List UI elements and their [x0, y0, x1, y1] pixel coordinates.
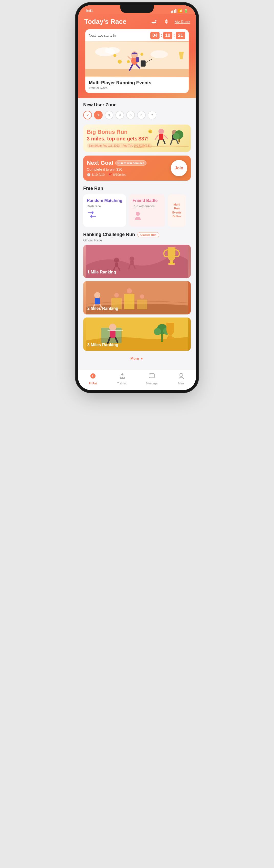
- free-run-section: Free Run Random Matching Dash race: [83, 186, 191, 227]
- ranking-subtitle: Official Race: [83, 238, 191, 242]
- bottom-nav: P PitPat Training: [78, 370, 196, 390]
- timer-colon-1: :: [161, 33, 162, 38]
- pitpat-icon: P: [90, 373, 96, 381]
- random-matching-title: Random Matching: [87, 198, 123, 203]
- phone-wrapper: 9:41 📶 🔋 Today's Race: [75, 0, 199, 868]
- friend-battle-title: Friend Battle: [133, 198, 161, 203]
- more-button[interactable]: More ▼: [83, 354, 191, 363]
- svg-point-10: [150, 50, 168, 58]
- bonus-banner[interactable]: Big Bonus Run 3 miles, top one gets $37!…: [83, 125, 191, 152]
- svg-point-45: [130, 256, 134, 261]
- timer-colon-2: :: [173, 33, 175, 38]
- phone-frame: 9:41 📶 🔋 Today's Race: [78, 5, 196, 390]
- step-7[interactable]: 7: [148, 111, 157, 119]
- svg-rect-50: [168, 263, 175, 265]
- run-to-win-badge: Run to win bonuses: [115, 160, 147, 165]
- random-matching-card[interactable]: Random Matching Dash race: [83, 194, 126, 227]
- training-icon: [119, 373, 126, 381]
- svg-point-84: [180, 373, 183, 376]
- ranking-card-2-miles[interactable]: 2 Miles Ranking: [83, 281, 191, 314]
- race-card[interactable]: Next race starts in 04 : 19 : 21: [85, 29, 189, 93]
- svg-line-27: [155, 135, 158, 140]
- svg-point-64: [109, 324, 116, 331]
- page-title: Today's Race: [84, 18, 127, 26]
- svg-rect-46: [130, 261, 134, 265]
- wifi-icon: 📶: [178, 9, 182, 13]
- timer-minutes: 19: [163, 32, 172, 39]
- bonus-runners-illustration: $: [132, 125, 191, 152]
- svg-line-78: [124, 377, 125, 378]
- free-run-cards: Random Matching Dash race Friend Battle …: [83, 194, 191, 227]
- svg-rect-66: [108, 330, 123, 331]
- step-5[interactable]: 5: [126, 111, 135, 119]
- svg-rect-14: [136, 57, 139, 62]
- nav-mine[interactable]: Mine: [174, 373, 189, 385]
- next-goal-banner[interactable]: Next Goal Run to win bonuses Complete it…: [83, 156, 191, 181]
- ranking-card-1-mile[interactable]: 1 Mile Ranking: [83, 245, 191, 278]
- ranking-label-3: 3 Miles Ranking: [87, 343, 118, 347]
- svg-rect-65: [110, 331, 115, 338]
- svg-rect-42: [115, 263, 118, 267]
- svg-line-77: [120, 377, 121, 378]
- svg-line-25: [158, 140, 159, 145]
- timer-hours: 04: [150, 32, 160, 39]
- svg-point-39: [136, 212, 140, 216]
- svg-rect-11: [85, 69, 189, 76]
- svg-rect-81: [149, 374, 155, 378]
- step-4[interactable]: 4: [115, 111, 124, 119]
- svg-line-31: [171, 140, 172, 145]
- svg-point-58: [94, 292, 100, 298]
- svg-point-76: [122, 373, 124, 375]
- message-icon: [148, 373, 155, 381]
- svg-text:$: $: [149, 130, 150, 133]
- nav-training[interactable]: Training: [115, 373, 130, 385]
- svg-line-28: [164, 135, 167, 138]
- nav-message[interactable]: Message: [144, 373, 160, 385]
- person-icon: [133, 211, 161, 223]
- svg-line-26: [163, 140, 165, 144]
- goal-title: Next Goal Run to win bonuses: [87, 160, 171, 166]
- flag-icon: 🚩: [108, 173, 112, 177]
- clock-icon: 🕐: [87, 173, 91, 177]
- svg-rect-73: [168, 336, 172, 338]
- nav-message-label: Message: [146, 382, 158, 385]
- header-top: Today's Race: [84, 17, 190, 26]
- step-1[interactable]: ✓: [83, 111, 92, 119]
- svg-rect-3: [166, 23, 167, 24]
- goal-date-range: 🕐 1/10-2/10: [87, 173, 105, 177]
- svg-point-56: [114, 293, 119, 298]
- ranking-card-3-miles[interactable]: 3 Miles Ranking: [83, 317, 191, 351]
- notch: [121, 5, 153, 13]
- svg-rect-20: [141, 60, 145, 67]
- join-button[interactable]: Join: [171, 160, 187, 176]
- svg-point-23: [159, 129, 164, 134]
- svg-rect-2: [166, 19, 167, 20]
- nav-pitpat-label: PitPat: [89, 382, 97, 385]
- my-race-link[interactable]: My Race: [175, 20, 190, 24]
- step-6[interactable]: 6: [137, 111, 146, 119]
- watch-icon[interactable]: [162, 17, 171, 26]
- race-card-footer: Multi-Player Running Events Official Rac…: [85, 77, 189, 93]
- multi-run-card[interactable]: MultiRunEventsOnline: [168, 194, 186, 227]
- ranking-label-1: 1 Mile Ranking: [87, 270, 116, 275]
- svg-point-13: [131, 51, 138, 58]
- svg-point-9: [105, 47, 120, 54]
- step-3[interactable]: 3: [105, 111, 113, 119]
- svg-rect-74: [167, 337, 174, 339]
- step-2[interactable]: 2: [94, 111, 103, 119]
- nav-mine-label: Mine: [178, 382, 184, 385]
- race-card-subtitle: Official Race: [89, 86, 185, 90]
- race-card-header: Next race starts in 04 : 19 : 21: [85, 29, 189, 41]
- shoe-icon[interactable]: [149, 17, 158, 26]
- arrows-icon: [87, 211, 123, 220]
- race-illustration: [85, 41, 189, 77]
- svg-rect-59: [95, 298, 100, 304]
- svg-rect-54: [137, 300, 147, 309]
- ranking-section: Ranking Challenge Run Classic Run Offici…: [83, 232, 191, 363]
- nav-training-label: Training: [117, 382, 127, 385]
- svg-point-19: [140, 53, 143, 56]
- nav-pitpat[interactable]: P PitPat: [85, 373, 101, 385]
- signal-icon: [171, 9, 176, 13]
- header-icons: My Race: [149, 17, 190, 26]
- friend-battle-card[interactable]: Friend Battle Run with friends: [129, 194, 165, 227]
